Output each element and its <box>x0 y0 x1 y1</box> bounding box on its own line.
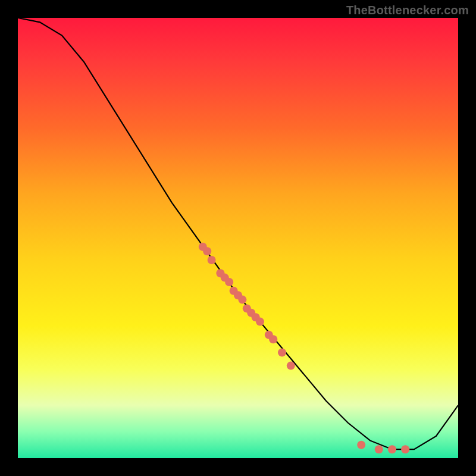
marker-point <box>225 278 233 286</box>
marker-point <box>269 335 277 343</box>
plot-area <box>18 18 458 458</box>
chart-frame: TheBottlenecker.com <box>0 0 476 476</box>
marker-point <box>203 247 211 255</box>
curve-line <box>18 18 458 449</box>
watermark-text: TheBottlenecker.com <box>346 4 469 17</box>
marker-point <box>208 256 216 264</box>
chart-overlay-svg <box>18 18 458 458</box>
marker-point <box>238 296 246 304</box>
marker-group <box>199 243 409 453</box>
marker-point <box>375 445 383 453</box>
marker-point <box>278 348 286 356</box>
marker-point <box>388 445 396 453</box>
marker-point <box>401 445 409 453</box>
marker-point <box>287 362 295 370</box>
marker-point <box>357 441 365 449</box>
marker-point <box>256 318 264 326</box>
